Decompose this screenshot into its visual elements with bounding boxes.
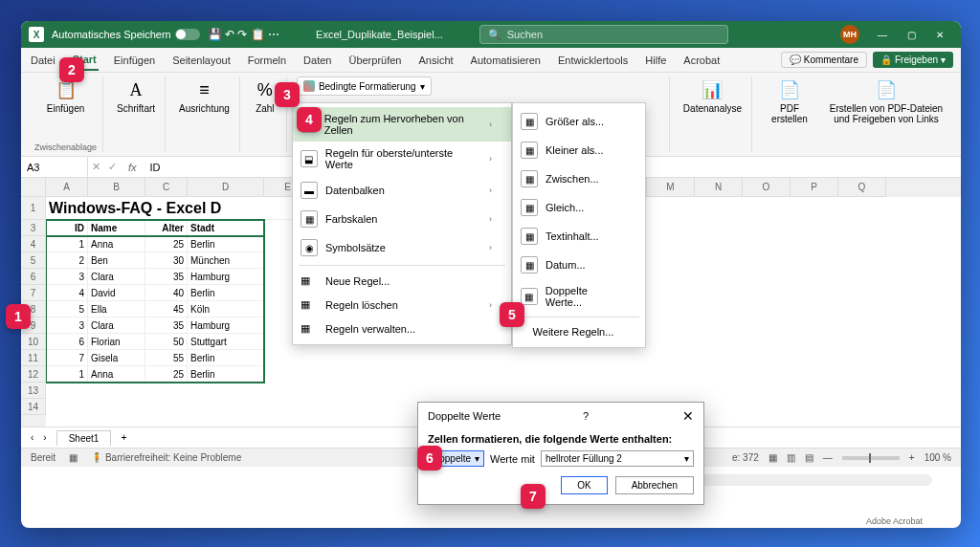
cell[interactable]: 50 <box>145 334 188 350</box>
pdf-create-button[interactable]: 📄PDF erstellen <box>762 77 817 126</box>
cell[interactable]: 30 <box>145 252 188 269</box>
pdf-share-button[interactable]: 📄Erstellen von PDF-Dateien und Freigeben… <box>825 77 947 126</box>
menu-equal[interactable]: ▦Gleich... <box>513 193 645 222</box>
cell[interactable]: Ben <box>88 252 145 269</box>
format-select[interactable]: hellroter Füllung 2▾ <box>541 450 694 467</box>
select-all[interactable] <box>21 178 46 197</box>
menu-manage-rules[interactable]: ▦Regeln verwalten... <box>293 317 511 340</box>
zoom-level[interactable]: 100 % <box>924 452 951 463</box>
tab-entwicklertools[interactable]: Entwicklertools <box>556 51 630 70</box>
cell[interactable]: 35 <box>145 269 188 285</box>
tab-acrobat[interactable]: Acrobat <box>681 51 722 70</box>
tab-automatisieren[interactable]: Automatisieren <box>469 51 543 70</box>
menu-less[interactable]: ▦Kleiner als... <box>513 136 645 164</box>
cell[interactable]: Clara <box>88 317 145 334</box>
cell[interactable]: 7 <box>46 350 88 366</box>
view-layout-icon[interactable]: ▥ <box>787 452 795 463</box>
fx-cancel-icon[interactable]: ✕ <box>88 161 104 173</box>
cancel-button[interactable]: Abbrechen <box>615 476 694 494</box>
tab-formeln[interactable]: Formeln <box>246 51 288 70</box>
add-sheet-button[interactable]: + <box>121 432 126 443</box>
cell[interactable]: David <box>88 285 145 301</box>
cell[interactable]: ID <box>46 220 88 236</box>
cell[interactable]: 1 <box>46 366 88 383</box>
tab-datei[interactable]: Datei <box>29 51 57 70</box>
cell[interactable]: Hamburg <box>188 317 264 334</box>
fx-icon[interactable]: fx <box>121 162 145 173</box>
menu-more-rules[interactable]: Weitere Regeln... <box>513 320 645 343</box>
cell[interactable]: Stuttgart <box>188 334 264 350</box>
align-button[interactable]: ≡Ausrichtung <box>175 77 234 116</box>
cell[interactable]: 4 <box>46 285 88 301</box>
col-header[interactable]: M <box>647 178 695 197</box>
menu-highlight-cells[interactable]: ▦Regeln zum Hervorheben von Zellen› <box>293 107 511 142</box>
avatar[interactable]: MH <box>840 25 859 44</box>
menu-clear-rules[interactable]: ▦Regeln löschen› <box>293 293 511 317</box>
cell[interactable]: Berlin <box>188 285 264 301</box>
cell[interactable]: 2 <box>46 252 88 269</box>
font-button[interactable]: ASchriftart <box>113 77 159 116</box>
col-header[interactable]: O <box>743 178 791 197</box>
qat[interactable]: 💾 ↶ ↷ 📋 ⋯ <box>208 28 279 41</box>
toggle-icon[interactable] <box>175 29 200 40</box>
cell[interactable]: Hamburg <box>188 269 264 285</box>
menu-databars[interactable]: ▬Datenbalken› <box>293 176 511 205</box>
data-analysis-button[interactable]: 📊Datenanalyse <box>679 77 746 116</box>
menu-colorscales[interactable]: ▦Farbskalen› <box>293 205 511 233</box>
name-box[interactable]: A3 <box>21 157 88 177</box>
sheet-nav-next[interactable]: › <box>43 432 46 443</box>
col-header[interactable]: B <box>88 178 145 197</box>
cell[interactable]: Berlin <box>188 350 264 366</box>
cell[interactable]: 35 <box>145 317 188 334</box>
sheet-nav-prev[interactable]: ‹ <box>31 432 33 443</box>
menu-iconsets[interactable]: ◉Symbolsätze› <box>293 233 511 262</box>
fx-confirm-icon[interactable]: ✓ <box>104 161 121 173</box>
menu-new-rule[interactable]: ▦Neue Regel... <box>293 269 511 293</box>
cell[interactable]: Name <box>88 220 145 236</box>
tab-hilfe[interactable]: Hilfe <box>643 51 668 70</box>
view-normal-icon[interactable]: ▦ <box>768 452 777 463</box>
cell[interactable]: Alter <box>145 220 188 236</box>
dialog-help-button[interactable]: ? <box>583 410 589 422</box>
cell[interactable]: Clara <box>88 269 145 285</box>
menu-between[interactable]: ▦Zwischen... <box>513 164 645 193</box>
cell[interactable]: 6 <box>46 334 88 350</box>
zoom-in-button[interactable]: + <box>909 452 915 463</box>
tab-ueberpruefen[interactable]: Überprüfen <box>346 51 403 70</box>
col-header[interactable]: D <box>188 178 264 197</box>
col-header[interactable]: N <box>695 178 743 197</box>
conditional-formatting-button[interactable]: Bedingte Formatierung ▾ <box>297 77 432 96</box>
zoom-slider[interactable] <box>842 456 900 460</box>
paste-button[interactable]: 📋Einfügen <box>43 77 88 116</box>
cell[interactable]: Florian <box>88 334 145 350</box>
autosave-toggle[interactable]: Automatisches Speichern <box>52 29 200 40</box>
cell[interactable]: 40 <box>145 285 188 301</box>
search-input[interactable]: 🔍 Suchen <box>479 25 728 44</box>
cell[interactable]: Gisela <box>88 350 145 366</box>
accessibility-status[interactable]: 🧍 Barrierefreiheit: Keine Probleme <box>91 452 241 463</box>
formula-value[interactable]: ID <box>145 162 167 173</box>
col-header[interactable]: C <box>145 178 188 197</box>
cell[interactable]: 25 <box>145 366 188 383</box>
cell[interactable]: 25 <box>145 236 188 252</box>
cell[interactable]: 55 <box>145 350 188 366</box>
tab-einfuegen[interactable]: Einfügen <box>112 51 157 70</box>
tab-ansicht[interactable]: Ansicht <box>416 51 455 70</box>
dialog-close-button[interactable]: ✕ <box>682 408 694 424</box>
filename[interactable]: Excel_Duplikate_Beispiel... <box>316 29 443 40</box>
view-break-icon[interactable]: ▤ <box>805 452 813 463</box>
menu-text[interactable]: ▦Textinhalt... <box>513 222 645 251</box>
cell[interactable]: Ella <box>88 301 145 317</box>
menu-top-bottom[interactable]: ⬓Regeln für oberste/unterste Werte› <box>293 142 511 176</box>
tab-daten[interactable]: Daten <box>301 51 333 70</box>
maximize-button[interactable]: ▢ <box>898 25 924 44</box>
cell[interactable]: Berlin <box>188 366 264 383</box>
cell[interactable]: 5 <box>46 301 88 317</box>
share-button[interactable]: 🔒 Freigeben ▾ <box>873 52 953 68</box>
menu-greater[interactable]: ▦Größer als... <box>513 107 645 136</box>
cell[interactable]: Anna <box>88 236 145 252</box>
cell[interactable]: München <box>188 252 264 269</box>
menu-date[interactable]: ▦Datum... <box>513 251 645 279</box>
macro-icon[interactable]: ▦ <box>69 452 78 463</box>
sheet-title[interactable]: Windows-FAQ - Excel D <box>46 197 333 220</box>
